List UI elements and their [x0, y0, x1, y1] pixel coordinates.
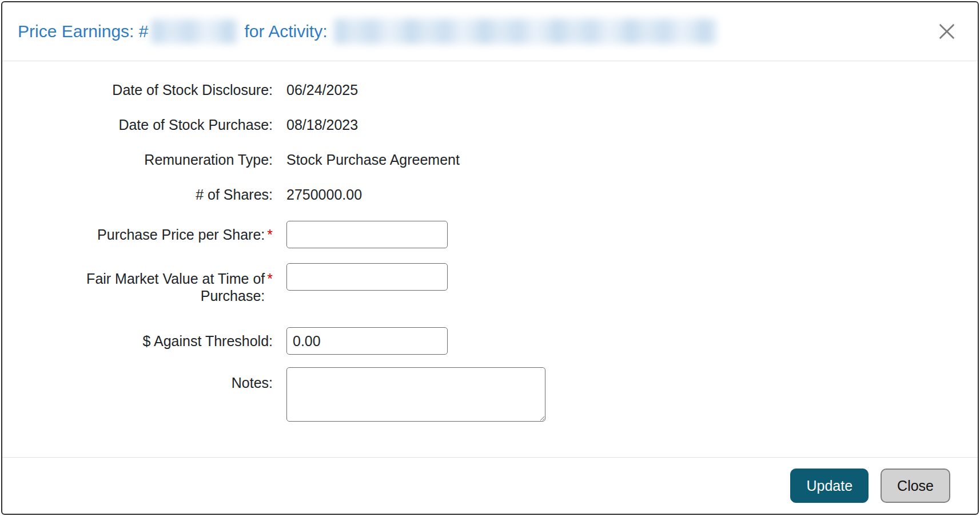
- field-value: 06/24/2025: [286, 82, 358, 98]
- title-connector: for Activity:: [244, 21, 327, 42]
- field-row-number-of-shares: # of Shares: 2750000.00: [2, 186, 978, 203]
- field-row-notes: Notes:: [2, 367, 978, 425]
- field-row-purchase-price: Purchase Price per Share:*: [2, 221, 978, 248]
- field-label: Remuneration Type:: [2, 151, 273, 168]
- notes-textarea[interactable]: [286, 367, 545, 422]
- dialog-body: Date of Stock Disclosure: 06/24/2025 Dat…: [2, 61, 978, 457]
- field-label: Date of Stock Disclosure:: [2, 81, 273, 98]
- dialog-header: Price Earnings: # for Activity:: [2, 2, 978, 61]
- against-threshold-label: $ Against Threshold:: [143, 333, 273, 349]
- title-prefix: Price Earnings: #: [18, 21, 148, 42]
- required-asterisk: *: [267, 271, 273, 287]
- redacted-activity-name: [334, 19, 716, 44]
- field-row-date-of-stock-disclosure: Date of Stock Disclosure: 06/24/2025: [2, 81, 978, 98]
- purchase-price-input[interactable]: [286, 221, 448, 248]
- purchase-price-label: Purchase Price per Share:: [97, 227, 265, 243]
- field-label: # of Shares:: [2, 186, 273, 203]
- field-label: Date of Stock Purchase:: [2, 116, 273, 133]
- price-earnings-dialog: Price Earnings: # for Activity: Date of …: [1, 1, 979, 515]
- required-asterisk: *: [267, 227, 273, 243]
- field-row-against-threshold: $ Against Threshold:: [2, 327, 978, 355]
- fair-market-value-input[interactable]: [286, 263, 448, 291]
- dialog-footer: Update Close: [2, 457, 978, 514]
- field-row-date-of-stock-purchase: Date of Stock Purchase: 08/18/2023: [2, 116, 978, 133]
- field-row-fair-market-value: Fair Market Value at Time of Purchase:*: [2, 263, 978, 304]
- close-button[interactable]: Close: [881, 469, 950, 503]
- field-value: 2750000.00: [286, 186, 362, 203]
- redacted-record-id: [152, 19, 237, 43]
- close-icon[interactable]: [934, 19, 959, 44]
- against-threshold-input[interactable]: [286, 327, 448, 355]
- fair-market-value-label: Fair Market Value at Time of Purchase:: [70, 270, 265, 304]
- field-value: Stock Purchase Agreement: [286, 152, 460, 168]
- update-button[interactable]: Update: [790, 469, 869, 503]
- notes-label: Notes:: [232, 375, 273, 391]
- dialog-title: Price Earnings: # for Activity:: [18, 19, 923, 44]
- field-row-remuneration-type: Remuneration Type: Stock Purchase Agreem…: [2, 151, 978, 168]
- field-value: 08/18/2023: [286, 117, 358, 133]
